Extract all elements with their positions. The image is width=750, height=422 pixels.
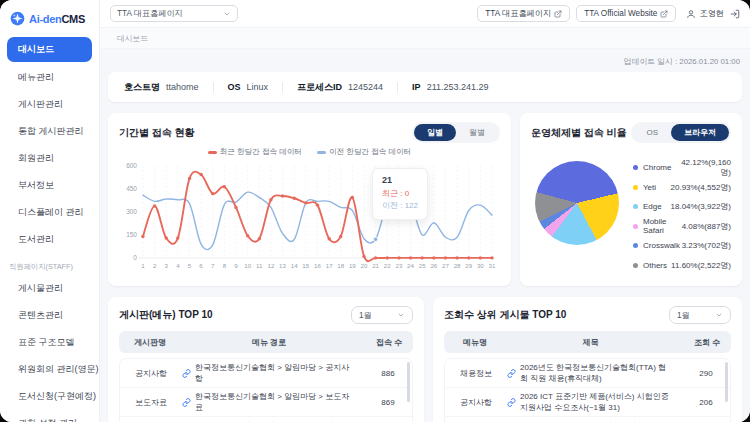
svg-text:8: 8 — [223, 262, 227, 269]
site-select[interactable]: TTA 대표홈페이지 — [110, 5, 238, 22]
app-window: Ai-denCMS 대시보드메뉴관리게시판관리통합 게시판관리회원관리부서정보디… — [0, 0, 750, 422]
tooltip-line: 이전 : 122 — [382, 200, 418, 212]
svg-text:28: 28 — [454, 262, 461, 269]
pie-legend-item[interactable]: Mobile Safari4.08%(887명) — [633, 217, 731, 237]
col-header: 제목 — [506, 337, 683, 348]
sidebar-item[interactable]: 콘텐츠관리 — [0, 302, 99, 329]
scrollbar[interactable] — [407, 362, 410, 402]
host-field: 호스트명ttahome — [124, 81, 199, 94]
user-name: 조영현 — [699, 8, 724, 19]
tables-row: 게시판(메뉴) TOP 10 1월 게시판명메뉴 경로접속 수 공지사항한국정보… — [108, 297, 742, 422]
pie-legend-item[interactable]: Yeti20.93%(4,552명) — [633, 178, 731, 198]
external-link-icon — [660, 10, 668, 18]
divider — [397, 82, 398, 93]
line-chart[interactable]: 0150300450600123456789101112131415161718… — [119, 158, 500, 280]
panel-title: 게시판(메뉴) TOP 10 — [119, 308, 213, 322]
svg-text:600: 600 — [126, 162, 137, 169]
svg-text:1: 1 — [141, 262, 145, 269]
month-select-value: 1월 — [677, 310, 690, 321]
dashboard-content: 업데이트 일시 : 2026.01.20 01:00 호스트명ttahomeOS… — [100, 49, 750, 422]
logout-icon[interactable] — [730, 9, 740, 19]
panel-title: 기간별 접속 현황 — [119, 126, 195, 140]
sidebar-menu: 대시보드메뉴관리게시판관리통합 게시판관리회원관리부서정보디스플레이 관리도서관… — [0, 35, 99, 253]
user-menu[interactable]: 조영현 — [686, 8, 724, 19]
main-area: TTA 대표홈페이지 TTA 대표홈페이지 TTA Official Websi… — [100, 0, 750, 422]
table-row[interactable]: 채용정보2026년도 한국정보통신기술협회(TTA) 협회 직원 채용(휴직대체… — [445, 359, 730, 388]
sidebar-item[interactable]: 메뉴관리 — [0, 64, 99, 91]
svg-text:0: 0 — [133, 254, 137, 261]
sidebar-item[interactable]: 도서신청(구현예정) — [0, 383, 99, 410]
host-field: IP211.253.241.29 — [412, 82, 488, 92]
svg-text:22: 22 — [384, 262, 391, 269]
svg-text:29: 29 — [465, 262, 472, 269]
svg-text:9: 9 — [234, 262, 238, 269]
logo[interactable]: Ai-denCMS — [0, 0, 99, 35]
sidebar-item[interactable]: 대시보드 — [7, 37, 92, 62]
host-field: 프로세스ID1245244 — [297, 81, 383, 94]
table-row[interactable]: 공지사항2026 ICT 표준기반 제품(서비스) 시험인증 지원사업 수요조사… — [445, 388, 730, 417]
tta-homepage-link-label: TTA 대표홈페이지 — [485, 8, 551, 19]
toggle-option[interactable]: 일별 — [414, 124, 456, 141]
table-body: 공지사항한국정보통신기술협회 > 알림마당 > 공지사항886보도자료한국정보통… — [119, 358, 413, 422]
svg-text:15: 15 — [302, 262, 309, 269]
col-header: 조회 수 — [683, 337, 731, 348]
sidebar-item[interactable]: 게시물관리 — [0, 275, 99, 302]
svg-text:30: 30 — [477, 262, 484, 269]
svg-text:6: 6 — [199, 262, 203, 269]
svg-text:20: 20 — [361, 262, 368, 269]
sidebar-item[interactable]: 디스플레이 관리 — [0, 199, 99, 226]
brand-primary: Ai-den — [29, 13, 61, 25]
col-header: 메뉴명 — [444, 337, 506, 348]
sidebar-item[interactable]: 게시판관리 — [0, 91, 99, 118]
logo-icon — [10, 11, 25, 26]
pie-legend-item[interactable]: Others11.60%(2,522명) — [633, 256, 731, 276]
legend-item[interactable]: 이전 한달간 접속 데이터 — [317, 147, 411, 157]
chart-tooltip: 21최근 : 0이전 : 122 — [372, 168, 428, 220]
sidebar-staff-menu: 게시물관리콘텐츠관리표준 구조모델위원회의 관리(영문)도서신청(구현예정)권한… — [0, 275, 99, 422]
posts-top10-panel: 조회수 상위 게시물 TOP 10 1월 메뉴명제목조회 수 채용정보2026년… — [433, 297, 742, 422]
sidebar-item[interactable]: 통합 게시판관리 — [0, 118, 99, 145]
os-share-panel: 운영체제별 접속 비율 OS브라우저 Chrome42.12%(9,160명)Y… — [520, 113, 742, 286]
tta-homepage-link-button[interactable]: TTA 대표홈페이지 — [477, 5, 570, 22]
pie-legend-item[interactable]: Chrome42.12%(9,160명) — [633, 158, 731, 178]
sidebar-item[interactable]: 표준 구조모델 — [0, 329, 99, 356]
svg-text:17: 17 — [326, 262, 333, 269]
table-row[interactable]: 채용정보한국정보통신기술협회 > 알림마당 > 채용정보663 — [120, 417, 412, 422]
toggle-option[interactable]: 월별 — [456, 124, 498, 141]
tta-official-website-button[interactable]: TTA Official Website — [576, 5, 676, 22]
host-info-card: 호스트명ttahomeOSLinux프로세스ID1245244IP211.253… — [108, 72, 742, 102]
pie-legend: Chrome42.12%(9,160명)Yeti20.93%(4,552명)Ed… — [621, 158, 731, 275]
month-select[interactable]: 1월 — [669, 306, 731, 324]
pie-legend-item[interactable]: Edge18.04%(3,922명) — [633, 197, 731, 217]
period-access-panel: 기간별 접속 현황 일별월별 최근 한달간 접속 데이터이전 한달간 접속 데이… — [108, 113, 511, 286]
svg-text:13: 13 — [279, 262, 286, 269]
chevron-down-icon — [397, 311, 405, 319]
sidebar-item[interactable]: 부서정보 — [0, 172, 99, 199]
table-row[interactable]: 공지사항한국정보통신기술협회 > 알림마당 > 공지사항886 — [120, 359, 412, 388]
month-select-value: 1월 — [359, 310, 372, 321]
line-chart-svg: 0150300450600123456789101112131415161718… — [119, 158, 499, 280]
legend-item[interactable]: 최근 한달간 접속 데이터 — [208, 147, 302, 157]
scrollbar[interactable] — [725, 362, 728, 402]
table-row[interactable]: 보도자료한국정보통신기술협회 > 알림마당 > 보도자료869 — [120, 388, 412, 417]
col-header: 접속 수 — [365, 337, 413, 348]
panel-title: 조회수 상위 게시물 TOP 10 — [444, 308, 566, 322]
topbar-right: TTA 대표홈페이지 TTA Official Website 조영현 — [477, 5, 740, 22]
table-row[interactable]: 채용정보2025년도 한국정보통신기술협회(TTA) 협회 직원 채용197 — [445, 417, 730, 422]
external-link-icon — [554, 10, 562, 18]
toggle-option[interactable]: OS — [633, 124, 671, 141]
pie-chart[interactable] — [535, 161, 619, 245]
sidebar-item[interactable]: 위원회의 관리(영문) — [0, 356, 99, 383]
toggle-option[interactable]: 브라우저 — [671, 124, 729, 141]
sidebar-item[interactable]: 회원관리 — [0, 145, 99, 172]
svg-text:25: 25 — [419, 262, 426, 269]
sidebar-item[interactable]: 권한 설정 관리 — [0, 410, 99, 422]
pie-legend-item[interactable]: Crosswalk3.23%(702명) — [633, 236, 731, 256]
svg-text:450: 450 — [126, 185, 137, 192]
tta-official-website-label: TTA Official Website — [584, 9, 657, 18]
sidebar-item[interactable]: 도서관리 — [0, 226, 99, 253]
month-select[interactable]: 1월 — [351, 306, 413, 324]
sidebar: Ai-denCMS 대시보드메뉴관리게시판관리통합 게시판관리회원관리부서정보디… — [0, 0, 100, 422]
period-toggle: 일별월별 — [412, 122, 500, 143]
divider — [282, 82, 283, 93]
